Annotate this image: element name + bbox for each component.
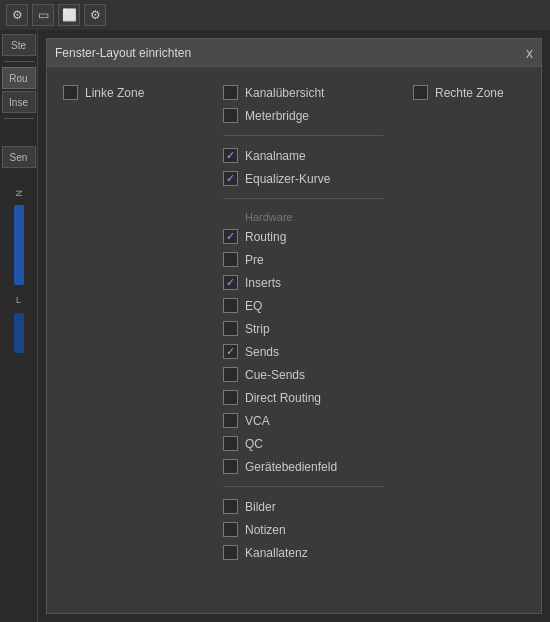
inserts-label: Inserts <box>245 276 281 290</box>
sends-label: Sends <box>245 345 279 359</box>
pre-item[interactable]: Pre <box>223 248 383 271</box>
geratebedienfeld-checkbox[interactable] <box>223 459 238 474</box>
direct-routing-label: Direct Routing <box>245 391 321 405</box>
col-right: Rechte Zone <box>413 81 513 564</box>
rechte-zone-checkbox[interactable] <box>413 85 428 100</box>
kanalname-checkbox[interactable] <box>223 148 238 163</box>
sends-item[interactable]: Sends <box>223 340 383 363</box>
routing-label: Routing <box>245 230 286 244</box>
routing-checkbox[interactable] <box>223 229 238 244</box>
sidebar-item-inse[interactable]: Inse <box>2 91 36 113</box>
gear-icon[interactable]: ⚙ <box>6 4 28 26</box>
sidebar-blue-bar-2 <box>14 313 24 353</box>
kanalname-item[interactable]: Kanalname <box>223 144 383 167</box>
bilder-item[interactable]: Bilder <box>223 495 383 518</box>
kanalubersicht-item[interactable]: Kanalübersicht <box>223 81 383 104</box>
cue-sends-checkbox[interactable] <box>223 367 238 382</box>
eq-checkbox[interactable] <box>223 298 238 313</box>
sidebar-divider-1 <box>4 61 34 62</box>
vca-label: VCA <box>245 414 270 428</box>
linke-zone-label: Linke Zone <box>85 86 144 100</box>
direct-routing-checkbox[interactable] <box>223 390 238 405</box>
vca-checkbox[interactable] <box>223 413 238 428</box>
kanalname-label: Kanalname <box>245 149 306 163</box>
gear2-icon[interactable]: ⚙ <box>84 4 106 26</box>
rechte-zone-label: Rechte Zone <box>435 86 504 100</box>
routing-item[interactable]: Routing <box>223 225 383 248</box>
linke-zone-item[interactable]: Linke Zone <box>63 81 193 104</box>
sends-checkbox[interactable] <box>223 344 238 359</box>
kanallatenz-label: Kanallatenz <box>245 546 308 560</box>
dialog-titlebar: Fenster-Layout einrichten x <box>47 39 541 67</box>
notizen-item[interactable]: Notizen <box>223 518 383 541</box>
equalizer-kurve-checkbox[interactable] <box>223 171 238 186</box>
col-left: Linke Zone <box>63 81 193 564</box>
qc-label: QC <box>245 437 263 451</box>
separator-1 <box>223 135 383 136</box>
notizen-checkbox[interactable] <box>223 522 238 537</box>
kanallatenz-item[interactable]: Kanallatenz <box>223 541 383 564</box>
bilder-checkbox[interactable] <box>223 499 238 514</box>
meterbridge-item[interactable]: Meterbridge <box>223 104 383 127</box>
strip-label: Strip <box>245 322 270 336</box>
dialog-close-button[interactable]: x <box>526 45 533 61</box>
cue-sends-label: Cue-Sends <box>245 368 305 382</box>
separator-2 <box>223 198 383 199</box>
window-small-icon[interactable]: ⬜ <box>58 4 80 26</box>
vca-item[interactable]: VCA <box>223 409 383 432</box>
hardware-label: Hardware <box>223 207 383 225</box>
top-bar: ⚙ ▭ ⬜ ⚙ <box>0 0 550 30</box>
qc-item[interactable]: QC <box>223 432 383 455</box>
equalizer-kurve-label: Equalizer-Kurve <box>245 172 330 186</box>
cue-sends-item[interactable]: Cue-Sends <box>223 363 383 386</box>
sidebar-item-sen[interactable]: Sen <box>2 146 36 168</box>
kanallatenz-checkbox[interactable] <box>223 545 238 560</box>
inserts-item[interactable]: Inserts <box>223 271 383 294</box>
sidebar: Ste Rou Inse Sen N L <box>0 30 38 622</box>
eq-label: EQ <box>245 299 262 313</box>
linke-zone-checkbox[interactable] <box>63 85 78 100</box>
sidebar-item-ste[interactable]: Ste <box>2 34 36 56</box>
meterbridge-label: Meterbridge <box>245 109 309 123</box>
direct-routing-item[interactable]: Direct Routing <box>223 386 383 409</box>
sidebar-n-label: N <box>14 190 24 197</box>
strip-checkbox[interactable] <box>223 321 238 336</box>
kanalubersicht-checkbox[interactable] <box>223 85 238 100</box>
geratebedienfeld-item[interactable]: Gerätebedienfeld <box>223 455 383 478</box>
dialog: Fenster-Layout einrichten x Linke Zone <box>46 38 542 614</box>
sidebar-blue-bar-1 <box>14 205 24 285</box>
dialog-body: Linke Zone Kanalübersicht Meterbridge <box>47 67 541 578</box>
notizen-label: Notizen <box>245 523 286 537</box>
kanalubersicht-label: Kanalübersicht <box>245 86 324 100</box>
equalizer-kurve-item[interactable]: Equalizer-Kurve <box>223 167 383 190</box>
window-icon[interactable]: ▭ <box>32 4 54 26</box>
meterbridge-checkbox[interactable] <box>223 108 238 123</box>
bilder-label: Bilder <box>245 500 276 514</box>
inserts-checkbox[interactable] <box>223 275 238 290</box>
main-area: Ste Rou Inse Sen N L Fenster-Layout einr… <box>0 30 550 622</box>
col-middle: Kanalübersicht Meterbridge Kanalname Equ… <box>223 81 383 564</box>
dialog-title: Fenster-Layout einrichten <box>55 46 191 60</box>
sidebar-item-rou[interactable]: Rou <box>2 67 36 89</box>
qc-checkbox[interactable] <box>223 436 238 451</box>
content-area: Fenster-Layout einrichten x Linke Zone <box>38 30 550 622</box>
strip-item[interactable]: Strip <box>223 317 383 340</box>
separator-3 <box>223 486 383 487</box>
geratebedienfeld-label: Gerätebedienfeld <box>245 460 337 474</box>
sidebar-l-label: L <box>16 295 21 305</box>
pre-checkbox[interactable] <box>223 252 238 267</box>
pre-label: Pre <box>245 253 264 267</box>
eq-item[interactable]: EQ <box>223 294 383 317</box>
rechte-zone-item[interactable]: Rechte Zone <box>413 81 513 104</box>
sidebar-divider-2 <box>4 118 34 119</box>
